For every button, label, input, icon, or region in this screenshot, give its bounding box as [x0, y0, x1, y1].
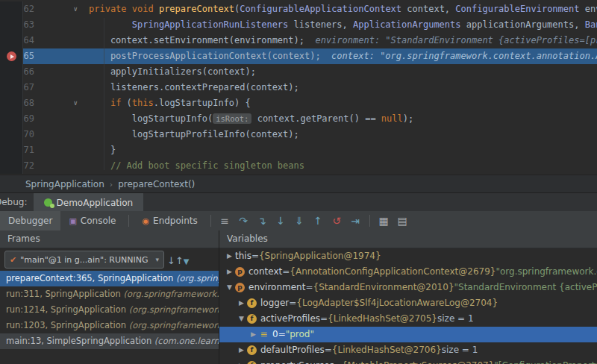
variable-row[interactable]: ▶this = {SpringApplication@1974}: [219, 248, 597, 264]
code-token: applyInitializers(context);: [89, 66, 256, 77]
toolbar-separator: [210, 215, 211, 227]
code-token: context,: [401, 4, 455, 14]
breadcrumb-item-class[interactable]: SpringApplication: [25, 179, 104, 189]
tab-debugger-label: Debugger: [8, 216, 52, 226]
breakpoint-icon[interactable]: [7, 51, 16, 61]
variable-name: activeProfiles: [260, 311, 320, 327]
code-token: if: [110, 98, 121, 108]
step-over-icon[interactable]: ↴: [253, 211, 272, 230]
chevron-collapsed-icon[interactable]: ▶: [224, 248, 235, 264]
previous-frame-icon[interactable]: ↑: [175, 255, 184, 266]
stack-frame[interactable]: prepareContext:365, SpringApplication (o…: [0, 271, 219, 286]
code-text: }: [84, 142, 116, 158]
thread-selector[interactable]: ✔ "main"@1 in g...ain": RUNNING ▾: [4, 251, 164, 269]
variable-name: propertySources: [260, 358, 334, 364]
variable-name: logger: [260, 295, 289, 311]
code-token: context.setEnvironment(environment);: [89, 35, 304, 46]
code-token: // Add boot specific singleton beans: [110, 160, 304, 171]
thread-selector-value: "main"@1 in g...ain": RUNNING: [20, 255, 151, 265]
fold-arrow-icon[interactable]: ∨: [34, 95, 84, 111]
breakpoint-gutter[interactable]: [0, 48, 23, 64]
chevron-expanded-icon[interactable]: ▼: [224, 280, 235, 295]
hide-library-frames-icon[interactable]: ▼: [184, 257, 190, 266]
variable-row[interactable]: ▶≡0 = "prod": [219, 327, 597, 342]
equals-sign: =: [320, 311, 328, 327]
variable-row[interactable]: ▶fpropertySources = {MutablePropertySour…: [219, 358, 597, 364]
code-line[interactable]: 369 logStartupInfo(isRoot: context.getPa…: [0, 111, 597, 127]
stack-frames-list: prepareContext:365, SpringApplication (o…: [0, 271, 219, 349]
variables-panel-header: Variables: [219, 230, 597, 248]
frame-location: (com.one.learn.sp: [154, 336, 219, 346]
code-line[interactable]: 364 context.setEnvironment(environment);…: [0, 33, 597, 48]
step-into-icon[interactable]: ↓: [272, 211, 290, 230]
stack-frame[interactable]: run:1214, SpringApplication (org.springf…: [0, 302, 219, 318]
thread-row: ✔ "main"@1 in g...ain": RUNNING ▾ ↓↑▼: [0, 248, 219, 271]
chevron-collapsed-icon[interactable]: ▶: [224, 264, 235, 280]
variable-row[interactable]: ▶flogger = {LogAdapter$Slf4jLocationAwar…: [219, 295, 597, 311]
code-line[interactable]: 372 // Add boot specific singleton beans: [0, 158, 597, 174]
fold-gutter: [34, 80, 84, 95]
chevron-expanded-icon[interactable]: ▼: [236, 311, 247, 327]
fold-arrow-icon[interactable]: ∨: [34, 1, 84, 17]
gutter-strip: [0, 80, 23, 95]
fold-gutter: [34, 127, 84, 142]
step-out-icon[interactable]: ↑: [309, 211, 328, 230]
line-number: 369: [23, 111, 34, 127]
code-editor[interactable]: 362∨private void prepareContext(Configur…: [0, 0, 597, 176]
array-element-icon: ≡: [259, 327, 269, 342]
chevron-collapsed-icon[interactable]: ▶: [248, 327, 259, 342]
layout-menu-icon[interactable]: ≡: [216, 211, 234, 230]
next-frame-icon[interactable]: ↓: [167, 255, 175, 266]
code-token: ConfigurableEnvironment: [455, 4, 579, 14]
code-token: listeners,: [288, 19, 353, 30]
variable-row[interactable]: ▶fdefaultProfiles = {LinkedHashSet@2706}…: [219, 342, 597, 358]
tab-console[interactable]: ▣ Console: [60, 211, 124, 230]
code-text: listeners.contextPrepared(context);: [84, 80, 299, 95]
tab-demo-application[interactable]: DemoApplication: [34, 193, 144, 212]
breadcrumb-item-method[interactable]: prepareContext(): [118, 179, 195, 189]
variable-row[interactable]: ▼penvironment = {StandardEnvironment@201…: [219, 280, 597, 295]
code-line[interactable]: 366 applyInitializers(context);: [0, 64, 597, 80]
code-token: SpringApplicationRunListeners: [132, 19, 289, 30]
equals-sign: =: [289, 295, 296, 311]
code-line[interactable]: 362∨private void prepareContext(Configur…: [0, 1, 597, 17]
stack-frame[interactable]: run:311, SpringApplication (org.springfr…: [0, 286, 219, 302]
variable-row[interactable]: ▶pcontext = {AnnotationConfigApplication…: [219, 264, 597, 280]
drop-frame-icon[interactable]: ↺: [328, 211, 346, 230]
stack-frame[interactable]: main:13, SimpleSpringApplication (com.on…: [0, 333, 219, 349]
code-line[interactable]: 367 listeners.contextPrepared(context);: [0, 80, 597, 95]
force-step-into-icon[interactable]: ⇓: [290, 211, 309, 230]
tab-endpoints-label: Endpoints: [153, 216, 198, 226]
code-line[interactable]: 368∨ if (this.logStartupInfo) {: [0, 95, 597, 111]
tab-endpoints[interactable]: ◉ Endpoints: [134, 211, 205, 230]
run-to-cursor-icon[interactable]: ⇥: [346, 211, 365, 230]
toolbar-separator: [128, 215, 129, 227]
frame-location: (org.springframework.b: [129, 304, 219, 315]
show-execution-point-icon[interactable]: ↷: [234, 211, 253, 230]
code-text: logStartupProfileInfo(context);: [84, 127, 299, 142]
toolbar-separator: [369, 215, 370, 227]
variable-extra-info: size = 1: [442, 342, 478, 358]
layout-grid-icon[interactable]: ▤: [393, 211, 412, 230]
code-text: private void prepareContext(Configurable…: [84, 1, 597, 17]
variable-row[interactable]: ▼factiveProfiles = {LinkedHashSet@2705} …: [219, 311, 597, 327]
fold-gutter: [34, 33, 84, 48]
fold-gutter: [34, 48, 84, 64]
frame-location: (org.springfr: [176, 273, 219, 283]
chevron-collapsed-icon[interactable]: ▶: [236, 342, 247, 358]
gutter-strip: [0, 127, 23, 142]
code-token: }: [89, 145, 116, 155]
code-line[interactable]: 363 SpringApplicationRunListeners listen…: [0, 17, 597, 33]
view-as-table-icon[interactable]: ▦: [375, 211, 393, 230]
equals-sign: =: [251, 248, 259, 264]
chevron-collapsed-icon[interactable]: ▶: [236, 295, 247, 311]
code-token: logStartupInfo(: [89, 113, 213, 124]
equals-sign: =: [305, 280, 313, 295]
tab-debugger[interactable]: Debugger: [0, 211, 60, 230]
code-line[interactable]: 370 logStartupProfileInfo(context);: [0, 127, 597, 142]
frames-panel-header: Frames: [0, 230, 219, 248]
code-line[interactable]: 365 postProcessApplicationContext(contex…: [0, 48, 597, 64]
chevron-collapsed-icon[interactable]: ▶: [236, 358, 247, 364]
code-line[interactable]: 371 }: [0, 142, 597, 158]
stack-frame[interactable]: run:1203, SpringApplication (org.springf…: [0, 318, 219, 333]
